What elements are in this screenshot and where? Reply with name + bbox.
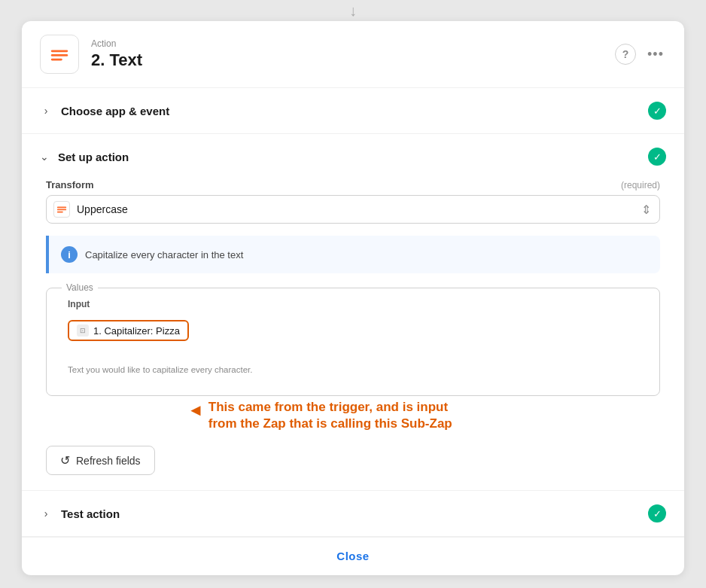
check-circle-setup: ✓ (648, 148, 666, 166)
close-button[interactable]: Close (336, 550, 369, 562)
transform-label-row: Transform (required) (46, 179, 660, 190)
values-legend: Values (62, 282, 98, 293)
chip-icon: ⊡ (77, 324, 89, 337)
help-button[interactable]: ? (615, 44, 636, 65)
transform-select[interactable]: Uppercase (46, 195, 660, 224)
choose-app-label: Choose app & event (61, 105, 648, 117)
input-area[interactable]: ⊡ 1. Capitalizer: Pizza (68, 315, 638, 361)
choose-app-section[interactable]: › Choose app & event ✓ (22, 88, 684, 134)
chevron-down-icon: ⌄ (40, 151, 49, 163)
main-card: Action 2. Text ? ••• › Choose app & even… (22, 21, 684, 575)
annotation-text: This came from the trigger, and is input… (208, 399, 452, 432)
input-sub-label: Input (68, 299, 638, 309)
page-wrapper: ↓ Action 2. Text ? ••• (0, 0, 706, 588)
transform-select-icon (53, 201, 70, 218)
connector-arrow: ↓ (349, 0, 357, 21)
check-circle-test: ✓ (648, 504, 666, 522)
refresh-fields-button[interactable]: ↺ Refresh fields (46, 446, 155, 475)
svg-rect-3 (51, 59, 62, 61)
info-icon: i (61, 246, 78, 263)
values-fieldset: Values Input ⊡ 1. Capitalizer: Pizza Tex… (46, 282, 660, 396)
annotation-wrap: ◄ This came from the trigger, and is inp… (187, 399, 660, 432)
test-action-section[interactable]: › Test action ✓ (22, 491, 684, 537)
more-options-button[interactable]: ••• (645, 44, 666, 65)
chevron-right-icon: › (40, 105, 52, 117)
annotation-arrow-icon: ◄ (187, 401, 204, 420)
header-label: Action (91, 38, 603, 49)
transform-select-wrap: Uppercase ⇕ (46, 195, 660, 224)
help-icon: ? (622, 48, 629, 60)
checkmark-icon-test: ✓ (653, 508, 662, 519)
test-action-label: Test action (61, 507, 648, 520)
svg-rect-1 (51, 50, 68, 52)
down-arrow-icon: ↓ (349, 2, 357, 20)
transform-field: Transform (required) Uppercase ⇕ (22, 173, 684, 230)
svg-rect-5 (57, 209, 66, 211)
checkmark-icon-setup: ✓ (653, 151, 662, 163)
close-bar: Close (22, 537, 684, 575)
refresh-label: Refresh fields (76, 455, 141, 467)
input-hint: Text you would like to capitalize every … (68, 365, 638, 374)
setup-action-section: ⌄ Set up action ✓ Transform (required) (22, 134, 684, 491)
values-inner: Input ⊡ 1. Capitalizer: Pizza Text you w… (57, 293, 649, 385)
setup-action-header[interactable]: ⌄ Set up action ✓ (22, 134, 684, 173)
more-icon: ••• (647, 47, 664, 62)
transform-label: Transform (46, 179, 94, 190)
svg-rect-2 (51, 54, 68, 56)
info-box: i Capitalize every character in the text (46, 236, 660, 273)
header-title: 2. Text (91, 50, 603, 70)
app-icon (40, 35, 79, 74)
svg-rect-6 (57, 212, 63, 213)
transform-required: (required) (621, 180, 660, 190)
card-header: Action 2. Text ? ••• (22, 21, 684, 88)
header-actions: ? ••• (615, 44, 666, 65)
chevron-right-test-icon: › (40, 507, 52, 519)
setup-action-label: Set up action (58, 151, 648, 163)
chip-label: 1. Capitalizer: Pizza (93, 325, 180, 337)
checkmark-icon: ✓ (653, 105, 662, 117)
info-text: Capitalize every character in the text (85, 249, 243, 260)
svg-rect-4 (57, 207, 66, 209)
check-circle-choose-app: ✓ (648, 102, 666, 120)
refresh-icon: ↺ (60, 453, 70, 468)
tag-chip[interactable]: ⊡ 1. Capitalizer: Pizza (68, 320, 189, 341)
header-text: Action 2. Text (91, 38, 603, 70)
